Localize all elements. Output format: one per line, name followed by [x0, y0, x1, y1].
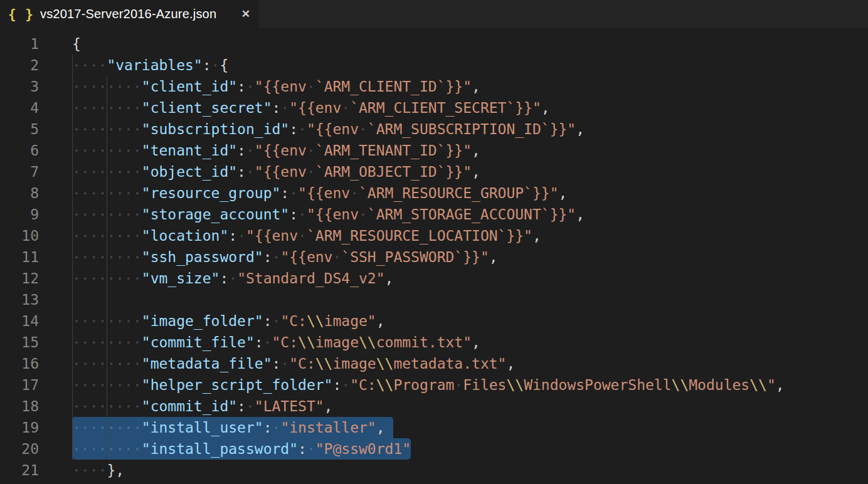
json-key: "variables" [107, 57, 202, 73]
line-content[interactable]: ········"image_folder":·"C:\\image", [39, 310, 385, 332]
line-content[interactable]: ········"client_id":·"{{env·`ARM_CLIENT_… [39, 76, 480, 97]
line-content[interactable]: ········"subscription_id":·"{{env·`ARM_S… [39, 118, 585, 140]
line-number[interactable]: 17 [0, 374, 39, 396]
json-string: `ARM_SUBSCRIPTION_ID`}}" [368, 121, 576, 137]
json-key: "client_id" [142, 78, 237, 95]
whitespace-dots: · [359, 206, 368, 223]
whitespace-dots: ········ [72, 313, 142, 329]
line-content[interactable]: ········"resource_group":·"{{env·`ARM_RE… [39, 182, 567, 204]
line-number[interactable]: 1 [0, 33, 39, 55]
punctuation: : [272, 355, 281, 372]
json-string: "LATEST" [255, 398, 324, 414]
tab-close-icon[interactable]: ✕ [241, 8, 250, 21]
line-number[interactable]: 3 [0, 76, 39, 97]
line-number[interactable]: 16 [0, 353, 39, 374]
json-string: WindowsPowerShell [524, 377, 671, 393]
line-number[interactable]: 7 [0, 161, 39, 182]
escape-sequence: \\ [376, 355, 394, 372]
json-key: "image_folder" [142, 313, 263, 329]
line-number[interactable]: 4 [0, 97, 39, 118]
line-number[interactable]: 2 [0, 55, 39, 76]
whitespace-dots: · [228, 270, 237, 287]
line-content[interactable]: ········"ssh_password":·"{{env·`SSH_PASS… [39, 246, 498, 268]
json-string: "C: [280, 313, 307, 329]
json-key: "resource_group" [142, 185, 281, 201]
whitespace-dots: · [298, 228, 307, 244]
code-line: 12········"vm_size":·"Standard_DS4_v2", [0, 268, 868, 289]
line-number[interactable]: 14 [0, 310, 39, 332]
punctuation: : [289, 121, 298, 137]
whitespace-dots: · [246, 398, 255, 414]
whitespace-dots: · [289, 185, 298, 201]
json-string: "{{env [280, 249, 332, 265]
line-content[interactable]: ····}, [39, 460, 124, 481]
line-content[interactable]: ········"install_user":·"installer", [39, 417, 385, 438]
line-number[interactable]: 13 [0, 289, 39, 310]
line-content[interactable]: ········"metadata_file":·"C:\\image\\met… [39, 353, 515, 374]
whitespace-dots: ········ [72, 377, 142, 393]
punctuation: : [272, 100, 281, 116]
punctuation: : [237, 78, 246, 95]
punctuation: : [220, 270, 228, 287]
tab-bar: { } vs2017-Server2016-Azure.json ✕ [0, 0, 868, 28]
json-string: `ARM_CLIENT_SECRET`}}" [350, 100, 541, 116]
punctuation: : [228, 228, 237, 244]
tab-active[interactable]: { } vs2017-Server2016-Azure.json ✕ [0, 0, 259, 28]
line-content[interactable]: ········"commit_id":·"LATEST", [39, 396, 332, 417]
whitespace-dots: ········ [72, 121, 142, 137]
json-string: "{{env [255, 78, 307, 95]
line-content[interactable]: ········"storage_account":·"{{env·`ARM_S… [39, 204, 585, 225]
line-content[interactable]: { [39, 33, 81, 55]
json-string: "{{env [307, 206, 359, 223]
line-number[interactable]: 15 [0, 332, 39, 353]
line-number[interactable]: 18 [0, 396, 39, 417]
tab-title: vs2017-Server2016-Azure.json [40, 7, 234, 21]
json-string: `ARM_RESOURCE_LOCATION`}}" [307, 228, 532, 244]
line-content[interactable] [39, 289, 72, 310]
line-number[interactable]: 11 [0, 246, 39, 268]
code-line: 1{ [0, 33, 868, 55]
whitespace-dots: · [307, 78, 315, 95]
line-number[interactable]: 19 [0, 417, 39, 438]
punctuation: : [298, 441, 307, 457]
punctuation: : [237, 142, 246, 159]
line-number[interactable]: 12 [0, 268, 39, 289]
line-content[interactable]: ····"variables":·{ [39, 55, 228, 76]
punctuation: , [506, 355, 515, 372]
line-number[interactable]: 20 [0, 438, 39, 460]
line-number[interactable]: 10 [0, 225, 39, 246]
json-key: "helper_script_folder" [142, 377, 333, 393]
line-number[interactable]: 6 [0, 140, 39, 161]
json-string: "installer" [280, 419, 376, 436]
line-content[interactable]: ········"object_id":·"{{env·`ARM_OBJECT_… [39, 161, 480, 182]
line-content[interactable]: ········"vm_size":·"Standard_DS4_v2", [39, 268, 393, 289]
punctuation: , [541, 100, 550, 116]
line-number[interactable]: 8 [0, 182, 39, 204]
code-editor[interactable]: 1{2····"variables":·{3········"client_id… [0, 28, 868, 484]
punctuation: , [472, 78, 480, 95]
punctuation: , [472, 334, 480, 350]
line-content[interactable]: ········"tenant_id":·"{{env·`ARM_TENANT_… [39, 140, 480, 161]
json-string: `ARM_TENANT_ID`}}" [315, 142, 472, 159]
line-content[interactable]: ········"install_password":·"P@ssw0rd1" [39, 438, 411, 460]
line-content[interactable]: ········"commit_file":·"C:\\image\\commi… [39, 332, 480, 353]
line-content[interactable]: ········"helper_script_folder":·"C:\\Pro… [39, 374, 785, 396]
whitespace-dots: · [341, 100, 350, 116]
json-string: "{{env [289, 100, 341, 116]
line-content[interactable]: ········"location":·"{{env·`ARM_RESOURCE… [39, 225, 541, 246]
json-key: "ssh_password" [142, 249, 263, 265]
line-number[interactable]: 9 [0, 204, 39, 225]
punctuation: , [576, 121, 585, 137]
line-content[interactable]: ········"client_secret":·"{{env·`ARM_CLI… [39, 97, 550, 118]
code-line: 4········"client_secret":·"{{env·`ARM_CL… [0, 97, 868, 118]
code-line: 11········"ssh_password":·"{{env·`SSH_PA… [0, 246, 868, 268]
code-line: 8········"resource_group":·"{{env·`ARM_R… [0, 182, 868, 204]
line-number[interactable]: 21 [0, 460, 39, 481]
json-string: "Standard_DS4_v2" [237, 270, 384, 287]
escape-sequence: \\ [506, 377, 524, 393]
punctuation: : [289, 206, 298, 223]
code-line: 16········"metadata_file":·"C:\\image\\m… [0, 353, 868, 374]
line-number[interactable]: 5 [0, 118, 39, 140]
escape-sequence: \\ [315, 355, 333, 372]
code-line: 10········"location":·"{{env·`ARM_RESOUR… [0, 225, 868, 246]
